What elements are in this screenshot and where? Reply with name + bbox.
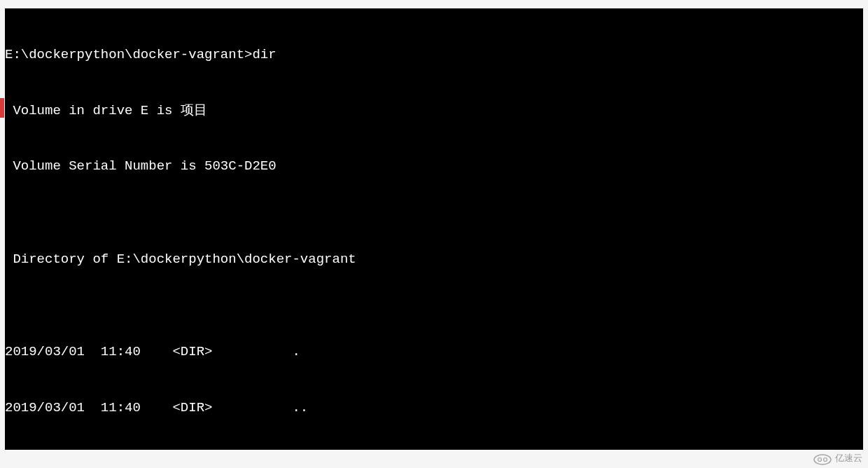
terminal-line: Volume in drive E is 项目	[5, 102, 863, 121]
side-marker	[0, 98, 4, 118]
terminal-line: E:\dockerpython\docker-vagrant>dir	[5, 46, 863, 64]
watermark: 亿速云	[813, 451, 862, 465]
watermark-text: 亿速云	[835, 452, 862, 464]
svg-point-0	[814, 455, 831, 464]
svg-point-2	[824, 458, 827, 462]
terminal-window[interactable]: E:\dockerpython\docker-vagrant>dir Volum…	[5, 8, 863, 450]
cloud-icon	[813, 451, 832, 465]
terminal-line: 2019/03/01 11:40 <DIR> ..	[5, 399, 863, 418]
terminal-line: Directory of E:\dockerpython\docker-vagr…	[5, 250, 863, 269]
terminal-line: Volume Serial Number is 503C-D2E0	[5, 157, 863, 176]
svg-point-1	[818, 458, 822, 462]
terminal-line: 2019/03/01 11:40 <DIR> .	[5, 343, 863, 362]
